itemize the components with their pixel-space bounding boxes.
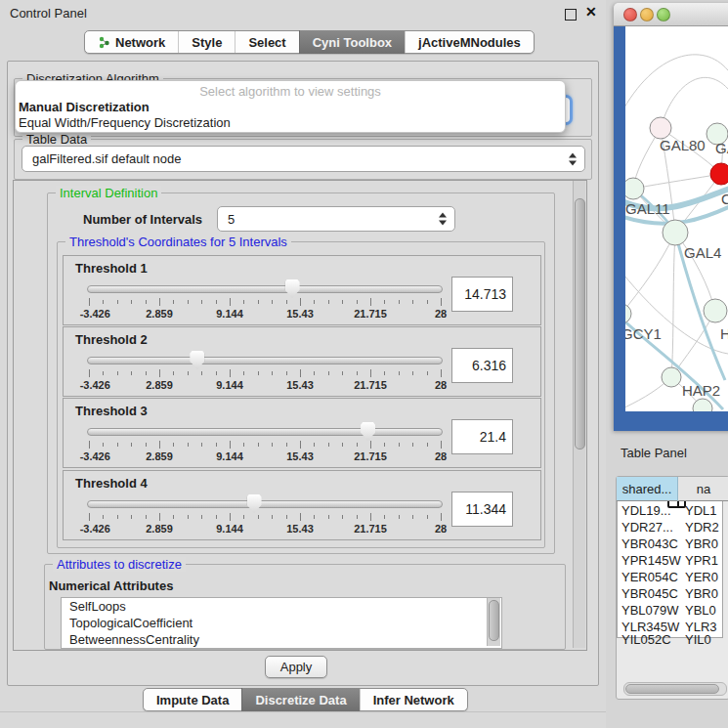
tab-discretize-data[interactable]: Discretize Data	[241, 688, 359, 711]
hscrollbar-thumb[interactable]	[625, 684, 719, 694]
cell-shared-name[interactable]: YBR045C	[617, 585, 682, 602]
thresholds-group-title: Threshold's Coordinates for 5 Intervals	[65, 235, 291, 249]
node-hap2[interactable]	[662, 367, 681, 387]
divider	[0, 711, 606, 712]
vscrollbar-thumb[interactable]	[489, 600, 499, 641]
table-data-group-title: Table Data	[22, 132, 91, 147]
settings-vscrollbar[interactable]	[573, 181, 585, 648]
table-row[interactable]: YIL052CYIL0	[617, 631, 723, 638]
float-icon[interactable]	[565, 9, 577, 21]
tab-cyni-toolbox[interactable]: Cyni Toolbox	[299, 30, 405, 54]
cell-shared-name[interactable]: YBL079W	[617, 602, 682, 619]
node-gal11[interactable]	[625, 178, 644, 199]
node-right[interactable]	[704, 299, 727, 322]
cell-name[interactable]: YPR1	[682, 552, 723, 569]
attributes-list-scrollbar[interactable]	[487, 598, 500, 646]
apply-button[interactable]: Apply	[265, 656, 327, 678]
close-icon[interactable]: ✕	[585, 4, 597, 20]
threshold-1-slider[interactable]: -3.4262.8599.14415.4321.71528	[87, 279, 443, 321]
node-gal4[interactable]	[663, 220, 688, 245]
threshold-4-value-field[interactable]: 11.344	[451, 492, 513, 527]
slider-thumb[interactable]	[361, 422, 375, 441]
table-row[interactable]: YER054CYER0	[617, 569, 723, 585]
table-row[interactable]: YDL19...YDL1	[617, 502, 723, 519]
table-row[interactable]: YBR045CYBR0	[617, 585, 723, 602]
table-row[interactable]: YBR043CYBR0	[617, 535, 723, 552]
list-item[interactable]: BetweennessCentrality	[62, 631, 501, 648]
cell-name[interactable]: YER0	[682, 569, 723, 585]
close-traffic-light-icon[interactable]	[623, 8, 637, 21]
threshold-1-value-field[interactable]: 14.713	[451, 277, 513, 312]
dropdown-option-equal-width[interactable]: Equal Width/Frequency Discretization	[19, 115, 231, 131]
list-item[interactable]: SelfLoops	[62, 598, 501, 615]
threshold-3-slider[interactable]: -3.4262.8599.14415.4321.71528	[87, 422, 443, 463]
cell-name[interactable]: YDL1	[682, 502, 723, 519]
table-data-combobox[interactable]: galFiltered.sif default node	[21, 146, 585, 172]
slider-tick-label: 9.144	[216, 308, 243, 320]
threshold-3-value-field[interactable]: 21.4	[451, 419, 513, 454]
node-label-gal80: GAL80	[660, 137, 706, 153]
tab-label: Infer Network	[373, 693, 454, 707]
cell-shared-name[interactable]: YPR145W	[617, 552, 682, 569]
cell-name[interactable]: YBR0	[682, 585, 723, 602]
threshold-2-slider[interactable]: -3.4262.8599.14415.4321.71528	[87, 351, 443, 392]
dropdown-placeholder: Select algorithm to view settings	[16, 84, 565, 99]
control-panel: Control Panel ✕ Network Style Select Cyn…	[0, 0, 606, 728]
tab-network[interactable]: Network	[85, 31, 178, 53]
tab-impute-data[interactable]: Impute Data	[144, 689, 241, 710]
slider-thumb[interactable]	[247, 494, 262, 513]
algorithm-dropdown-popup: Select algorithm to view settings Manual…	[15, 80, 566, 133]
tab-style[interactable]: Style	[178, 31, 235, 53]
slider-track[interactable]	[87, 428, 443, 436]
cell-name[interactable]: YBL0	[682, 602, 723, 619]
minimize-traffic-light-icon[interactable]	[640, 8, 654, 21]
table-hscrollbar[interactable]	[623, 682, 727, 696]
cell-name[interactable]: YBR0	[682, 535, 723, 552]
node-label-partial-h: H	[720, 325, 728, 342]
tab-infer-network[interactable]: Infer Network	[360, 689, 467, 710]
slider-tick-label: -3.426	[80, 379, 110, 391]
table-row[interactable]: YBL079WYBL0	[617, 602, 723, 619]
slider-tick-label: 2.859	[146, 523, 173, 535]
slider-track[interactable]	[87, 357, 443, 364]
node-gcy1[interactable]	[625, 304, 631, 323]
node-label-gal4: GAL4	[684, 244, 721, 261]
slider-tick-labels: -3.4262.8599.14415.4321.71528	[89, 379, 441, 391]
threshold-2-value-field[interactable]: 6.316	[451, 348, 513, 383]
network-canvas[interactable]: GAL80 GA C GAL11 GAL4 GCY1 H HAP2	[625, 26, 728, 411]
tab-select[interactable]: Select	[235, 31, 298, 53]
column-header-name[interactable]: na	[678, 477, 723, 501]
cell-name[interactable]: YDR2	[682, 519, 723, 535]
table-row[interactable]: YDR27...YDR2	[617, 519, 723, 535]
cell-name[interactable]: YIL0	[682, 631, 723, 638]
threshold-4-slider[interactable]: -3.4262.8599.14415.4321.71528	[87, 494, 443, 535]
slider-thumb[interactable]	[190, 351, 204, 369]
cell-shared-name[interactable]: YIL052C	[617, 631, 682, 638]
slider-track[interactable]	[87, 285, 443, 293]
cell-shared-name[interactable]: YDL19...	[617, 502, 682, 519]
zoom-traffic-light-icon[interactable]	[657, 8, 670, 21]
tab-jactivemnodules[interactable]: jActiveMNodules	[405, 31, 534, 53]
network-window-titlebar[interactable]	[614, 3, 728, 26]
column-header-shared-name[interactable]: shared...	[617, 477, 678, 501]
number-of-intervals-value: 5	[228, 212, 235, 227]
cell-shared-name[interactable]: YDR27...	[617, 519, 682, 535]
list-item[interactable]: TopologicalCoefficient	[62, 615, 501, 631]
table-row[interactable]: YPR145WYPR1	[617, 552, 723, 569]
tab-label: Style	[192, 35, 222, 50]
slider-thumb[interactable]	[285, 279, 300, 298]
number-of-intervals-combobox[interactable]: 5	[217, 206, 455, 232]
app-root: Control Panel ✕ Network Style Select Cyn…	[0, 0, 728, 728]
network-view-window: GAL80 GA C GAL11 GAL4 GCY1 H HAP2	[614, 3, 728, 431]
slider-tick-label: 2.859	[146, 450, 173, 462]
threshold-4-panel: Threshold 4 -3.4262.8599.14415.4321.7152…	[63, 470, 541, 540]
node-gal80[interactable]	[650, 117, 671, 139]
node-red[interactable]	[710, 163, 728, 185]
slider-tick-label: 2.859	[146, 379, 173, 391]
cell-shared-name[interactable]: YBR043C	[617, 535, 682, 552]
slider-track[interactable]	[87, 500, 443, 508]
numerical-attributes-list[interactable]: SelfLoops TopologicalCoefficient Between…	[61, 597, 502, 649]
vscrollbar-thumb[interactable]	[575, 198, 585, 450]
cell-shared-name[interactable]: YER054C	[617, 569, 682, 585]
dropdown-option-manual[interactable]: Manual Discretization	[19, 100, 150, 115]
